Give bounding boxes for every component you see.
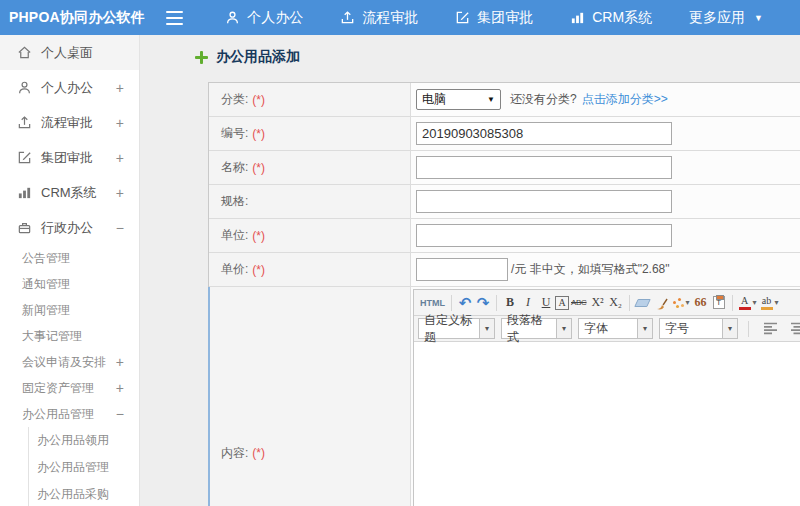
home-icon: [16, 45, 32, 60]
char-border-button[interactable]: A: [555, 296, 569, 310]
sidebar-item-supplies-mgmt[interactable]: 办公用品管理−: [0, 401, 139, 427]
undo-icon[interactable]: ↶: [456, 293, 474, 313]
form-row-code: 编号: (*): [209, 117, 800, 151]
sidebar-item-group-approval[interactable]: 集团审批 +: [0, 140, 139, 175]
briefcase-icon: [16, 220, 32, 235]
align-left-icon[interactable]: [761, 319, 780, 339]
name-input[interactable]: [416, 156, 672, 179]
price-input[interactable]: [416, 258, 508, 281]
required-mark: (*): [252, 93, 265, 107]
nav-workflow-approval[interactable]: 流程审批: [340, 9, 418, 27]
price-format-hint: /元 非中文，如填写格式"2.68": [511, 261, 670, 278]
redo-icon[interactable]: ↷: [474, 293, 492, 313]
main-content: 办公用品添加 分类: (*) 电脑 ▼ 还没有分类? 点击添加分类>>: [140, 35, 800, 506]
required-mark: (*): [252, 229, 265, 243]
expand-plus-icon[interactable]: +: [116, 185, 124, 201]
expand-plus-icon[interactable]: +: [116, 349, 124, 375]
sidebar-item-label: 个人桌面: [41, 44, 93, 62]
sidebar-item-label: 个人办公: [41, 79, 93, 97]
auto-typeset-icon[interactable]: ▾: [670, 293, 692, 313]
editor-toolbar-row2: 自定义标题 ▾ 段落格式 ▾ 字体 ▾: [414, 316, 800, 342]
sidebar-item-supplies-claim[interactable]: 办公用品领用: [29, 427, 139, 454]
sidebar-item-announcement-mgmt[interactable]: 公告管理: [0, 245, 139, 271]
code-input[interactable]: [416, 122, 672, 145]
spec-input[interactable]: [416, 190, 672, 213]
user-icon: [225, 10, 240, 25]
paragraph-format-select[interactable]: 段落格式 ▾: [501, 318, 572, 339]
expand-plus-icon[interactable]: +: [116, 150, 124, 166]
sidebar-admin-submenu: 公告管理 通知管理 新闻管理 大事记管理 会议申请及安排+ 固定资产管理+ 办公…: [0, 245, 139, 506]
upload-icon: [340, 10, 355, 25]
topbar: PHPOA协同办公软件 个人办公 流程审批 集团审批 CRM系统 更多应用 ▼: [0, 0, 800, 35]
sidebar-item-supplies-purchase[interactable]: 办公用品采购: [29, 481, 139, 506]
sidebar-item-workflow-approval[interactable]: 流程审批 +: [0, 105, 139, 140]
user-icon: [16, 80, 32, 95]
nav-label: 更多应用: [689, 9, 745, 27]
sidebar-item-crm[interactable]: CRM系统 +: [0, 175, 139, 210]
nav-label: 个人办公: [247, 9, 303, 27]
add-category-link[interactable]: 点击添加分类>>: [582, 91, 668, 108]
sidebar-item-label: CRM系统: [41, 184, 97, 202]
bar-chart-icon: [16, 185, 32, 200]
no-category-hint: 还没有分类?: [510, 91, 577, 108]
subscript-button[interactable]: X₂: [607, 293, 625, 313]
unit-input[interactable]: [416, 224, 672, 247]
caret-down-icon: ▾: [479, 319, 494, 338]
bold-button[interactable]: B: [501, 293, 519, 313]
strikethrough-button[interactable]: ABC: [569, 293, 589, 313]
caret-down-icon: ▾: [556, 319, 571, 338]
paste-icon[interactable]: T: [710, 293, 728, 313]
font-family-select[interactable]: 字体 ▾: [578, 318, 653, 339]
sidebar-item-admin-office[interactable]: 行政办公 −: [0, 210, 139, 245]
collapse-minus-icon[interactable]: −: [116, 401, 124, 427]
expand-plus-icon[interactable]: +: [116, 375, 124, 401]
supplies-add-form: 分类: (*) 电脑 ▼ 还没有分类? 点击添加分类>> 编号: (*): [208, 82, 800, 506]
nav-group-approval[interactable]: 集团审批: [455, 9, 533, 27]
nav-crm-system[interactable]: CRM系统: [570, 9, 652, 27]
sidebar-item-personal-office[interactable]: 个人办公 +: [0, 70, 139, 105]
sidebar-item-meeting-request[interactable]: 会议申请及安排+: [0, 349, 139, 375]
font-color-button[interactable]: A ▾: [737, 293, 759, 313]
format-clear-eraser-icon[interactable]: [634, 293, 652, 313]
sidebar-item-desktop[interactable]: 个人桌面: [0, 35, 139, 70]
expand-plus-icon[interactable]: +: [116, 80, 124, 96]
sidebar-item-events-mgmt[interactable]: 大事记管理: [0, 323, 139, 349]
page-title-text: 办公用品添加: [216, 48, 300, 66]
font-size-select[interactable]: 字号 ▾: [659, 318, 738, 339]
highlight-color-button[interactable]: ab ▾: [759, 293, 781, 313]
caret-down-icon: ▾: [637, 319, 652, 338]
spec-label: 规格:: [209, 185, 411, 218]
format-brush-icon[interactable]: [652, 293, 670, 313]
align-center-icon[interactable]: [788, 319, 800, 339]
nav-label: 流程审批: [362, 9, 418, 27]
heading-select[interactable]: 自定义标题 ▾: [418, 318, 495, 339]
italic-button[interactable]: I: [519, 293, 537, 313]
app-logo[interactable]: PHPOA协同办公软件: [0, 9, 166, 27]
menu-toggle-icon[interactable]: [166, 11, 184, 25]
nav-personal-office[interactable]: 个人办公: [225, 9, 303, 27]
superscript-button[interactable]: X²: [589, 293, 607, 313]
sidebar-item-news-mgmt[interactable]: 新闻管理: [0, 297, 139, 323]
underline-button[interactable]: U: [537, 293, 555, 313]
upload-icon: [16, 115, 32, 130]
collapse-minus-icon[interactable]: −: [116, 220, 124, 236]
form-row-unit: 单位: (*): [209, 219, 800, 253]
form-row-price: 单价: (*) /元 非中文，如填写格式"2.68": [209, 253, 800, 287]
category-select[interactable]: 电脑 ▼: [416, 89, 501, 110]
rich-text-editor: HTML ↶ ↷ B I U A ABC X² X₂: [413, 289, 800, 506]
blockquote-button[interactable]: 66: [692, 293, 710, 313]
unit-label: 单位: (*): [209, 219, 411, 252]
editor-content-area[interactable]: [414, 342, 800, 506]
content-label: 内容: (*): [209, 287, 411, 506]
price-label: 单价: (*): [209, 253, 411, 286]
sidebar-item-label: 流程审批: [41, 114, 93, 132]
sidebar-item-fixed-assets[interactable]: 固定资产管理+: [0, 375, 139, 401]
sidebar-item-supplies-manage[interactable]: 办公用品管理: [29, 454, 139, 481]
nav-more-apps[interactable]: 更多应用 ▼: [689, 9, 763, 27]
expand-plus-icon[interactable]: +: [116, 115, 124, 131]
sidebar-item-notice-mgmt[interactable]: 通知管理: [0, 271, 139, 297]
form-row-name: 名称: (*): [209, 151, 800, 185]
edit-icon: [455, 10, 470, 25]
html-source-button[interactable]: HTML: [418, 293, 447, 313]
add-icon: [195, 51, 208, 64]
